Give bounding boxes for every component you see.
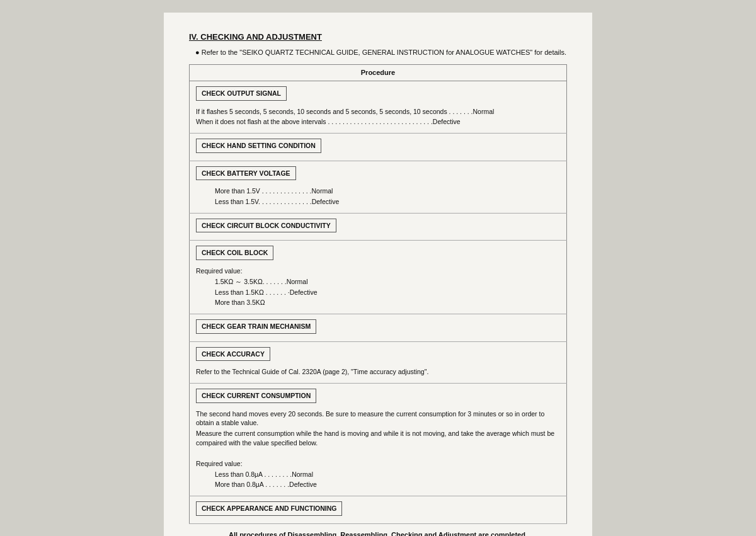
content-line: Less than 1.5KΩ . . . . . . ·Defective [196,288,560,297]
table-row: CHECK ACCURACYRefer to the Technical Gui… [190,341,567,383]
step-label: CHECK CIRCUIT BLOCK CONDUCTIVITY [190,214,566,237]
content-line: If it flashes 5 seconds, 5 seconds, 10 s… [196,107,560,117]
content-line: Required value: [196,266,560,276]
content-line: Measure the current consumption while th… [196,429,560,447]
content-line [196,448,560,458]
step-content: The second hand moves every 20 seconds. … [190,407,566,496]
table-row: CHECK CIRCUIT BLOCK CONDUCTIVITY [190,213,567,241]
step-content: Refer to the Technical Guide of Cal. 232… [190,365,566,383]
step-content: More than 1.5V . . . . . . . . . . . . .… [190,184,566,212]
content-line: More than 1.5V . . . . . . . . . . . . .… [196,186,560,196]
content-line: Less than 1.5V. . . . . . . . . . . . . … [196,197,560,207]
section-title: IV. CHECKING AND ADJUSTMENT [189,31,567,43]
content-line: Refer to the Technical Guide of Cal. 232… [196,367,560,377]
intro-bullet: ● Refer to the "SEIKO QUARTZ TECHNICAL G… [189,48,567,57]
content-line: The second hand moves every 20 seconds. … [196,409,560,428]
table-row: CHECK CURRENT CONSUMPTIONThe second hand… [190,383,567,496]
content-line: More than 3.5KΩ [196,298,560,307]
content-line: Required value: [196,459,560,469]
procedure-table: Procedure CHECK OUTPUT SIGNALIf it flash… [189,64,567,524]
step-label: CHECK ACCURACY [190,342,566,365]
content-line: 1.5KΩ ～ 3.5KΩ. . . . . . .Normal [196,277,560,287]
step-label: CHECK COIL BLOCK [190,241,566,264]
intro-text: Refer to the "SEIKO QUARTZ TECHNICAL GUI… [202,48,566,56]
content-line: When it does not flash at the above inte… [196,117,560,127]
step-label: CHECK APPEARANCE AND FUNCTIONING [190,496,566,520]
content-line: More than 0.8μA . . . . . . .Defective [196,480,560,489]
step-content: If it flashes 5 seconds, 5 seconds, 10 s… [190,105,566,133]
table-header: Procedure [190,64,567,81]
content-line: Less than 0.8μA . . . . . . . .Normal [196,470,560,479]
table-row: CHECK BATTERY VOLTAGEMore than 1.5V . . … [190,161,567,213]
table-row: CHECK HAND SETTING CONDITION [190,134,567,161]
step-label: CHECK BATTERY VOLTAGE [190,161,566,185]
step-content: Required value:1.5KΩ ～ 3.5KΩ. . . . . . … [190,264,566,314]
footer-text: All procedures of Disassembling, Reassem… [189,530,567,536]
step-label: CHECK OUTPUT SIGNAL [190,81,566,105]
page: IV. CHECKING AND ADJUSTMENT ● Refer to t… [164,13,592,536]
table-row: CHECK COIL BLOCKRequired value:1.5KΩ ～ 3… [190,241,567,314]
table-row: CHECK OUTPUT SIGNALIf it flashes 5 secon… [190,81,567,133]
step-label: CHECK GEAR TRAIN MECHANISM [190,314,566,338]
bullet-symbol: ● [195,48,202,56]
step-label: CHECK CURRENT CONSUMPTION [190,384,566,407]
table-row: CHECK GEAR TRAIN MECHANISM [190,314,567,341]
step-label: CHECK HAND SETTING CONDITION [190,134,566,157]
table-row: CHECK APPEARANCE AND FUNCTIONING [190,496,567,524]
